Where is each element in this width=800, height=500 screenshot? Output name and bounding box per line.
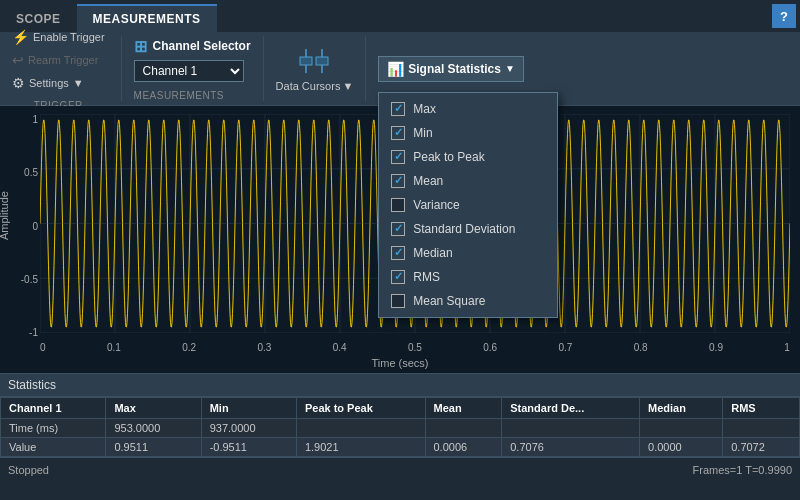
- checkbox-mean: [391, 174, 405, 188]
- x-tick: 0.5: [408, 342, 422, 353]
- col-header-max: Max: [106, 398, 201, 419]
- trigger-icon: ⚡: [12, 29, 29, 45]
- col-header-rms: RMS: [723, 398, 800, 419]
- x-tick: 0.1: [107, 342, 121, 353]
- gear-icon: ⚙: [12, 75, 25, 91]
- col-header-median: Median: [640, 398, 723, 419]
- stats-header-row: Channel 1MaxMinPeak to PeakMeanStandard …: [1, 398, 800, 419]
- checkbox-max: [391, 102, 405, 116]
- data-cursors-button[interactable]: Data Cursors ▼: [276, 80, 354, 92]
- x-tick: 0.2: [182, 342, 196, 353]
- help-button[interactable]: ?: [772, 4, 796, 28]
- checkbox-peak-to-peak: [391, 150, 405, 164]
- dropdown-item-standard-deviation[interactable]: Standard Deviation: [379, 217, 557, 241]
- x-axis-label: Time (secs): [371, 357, 428, 369]
- measurements-label: MEASUREMENTS: [134, 90, 224, 101]
- dropdown-item-mean[interactable]: Mean: [379, 169, 557, 193]
- dropdown-item-variance[interactable]: Variance: [379, 193, 557, 217]
- signal-statistics-group: 📊 Signal Statistics ▼ MaxMinPeak to Peak…: [378, 56, 524, 82]
- checkbox-min: [391, 126, 405, 140]
- x-tick: 0.7: [559, 342, 573, 353]
- status-left: Stopped: [8, 464, 49, 476]
- x-tick: 0.3: [257, 342, 271, 353]
- x-ticks: 00.10.20.30.40.50.60.70.80.91: [40, 342, 790, 353]
- col-header-min: Min: [201, 398, 296, 419]
- cursors-icon: [298, 45, 330, 77]
- stats-body: Time (ms)953.0000937.0000Value0.9511-0.9…: [1, 419, 800, 457]
- y-tick: -1: [8, 327, 38, 338]
- x-tick: 1: [784, 342, 790, 353]
- signal-statistics-dropdown: MaxMinPeak to PeakMeanVarianceStandard D…: [378, 92, 558, 318]
- x-tick: 0.4: [333, 342, 347, 353]
- checkbox-mean-square: [391, 294, 405, 308]
- checkbox-standard-deviation: [391, 222, 405, 236]
- rearm-icon: ↩: [12, 52, 24, 68]
- col-header-standard-de...: Standard De...: [502, 398, 640, 419]
- rearm-trigger-button[interactable]: ↩ Rearm Trigger: [8, 50, 109, 70]
- dropdown-item-max[interactable]: Max: [379, 97, 557, 121]
- status-bar: Stopped Frames=1 T=0.9990: [0, 457, 800, 481]
- x-tick: 0.6: [483, 342, 497, 353]
- tab-bar: SCOPE MEASUREMENTS ?: [0, 0, 800, 32]
- statistics-table: Channel 1MaxMinPeak to PeakMeanStandard …: [0, 397, 800, 457]
- channel-select[interactable]: Channel 1 Channel 2: [134, 60, 244, 82]
- dropdown-item-mean-square[interactable]: Mean Square: [379, 289, 557, 313]
- dropdown-item-min[interactable]: Min: [379, 121, 557, 145]
- col-header-peak-to-peak: Peak to Peak: [296, 398, 425, 419]
- y-tick: 0.5: [8, 167, 38, 178]
- statistics-title: Statistics: [0, 374, 800, 397]
- col-header-channel-1: Channel 1: [1, 398, 106, 419]
- settings-button[interactable]: ⚙ Settings ▼: [8, 73, 109, 93]
- trigger-group: ⚡ Enable Trigger ↩ Rearm Trigger ⚙ Setti…: [8, 36, 122, 101]
- x-tick: 0: [40, 342, 46, 353]
- x-tick: 0.9: [709, 342, 723, 353]
- dropdown-item-median[interactable]: Median: [379, 241, 557, 265]
- x-tick: 0.8: [634, 342, 648, 353]
- table-row: Value0.9511-0.95111.90210.00060.70760.00…: [1, 438, 800, 457]
- checkbox-median: [391, 246, 405, 260]
- statistics-section: Statistics Channel 1MaxMinPeak to PeakMe…: [0, 374, 800, 457]
- svg-rect-2: [300, 57, 312, 65]
- channel-icon: ⊞: [134, 37, 147, 56]
- dropdown-item-peak-to-peak[interactable]: Peak to Peak: [379, 145, 557, 169]
- checkbox-rms: [391, 270, 405, 284]
- stats-icon: 📊: [387, 61, 404, 77]
- channel-selector-group: ⊞ Channel Selector Channel 1 Channel 2 M…: [134, 36, 264, 101]
- data-cursors-group: Data Cursors ▼: [276, 36, 367, 101]
- y-ticks: 10.50-0.5-1: [8, 114, 38, 338]
- checkbox-variance: [391, 198, 405, 212]
- col-header-mean: Mean: [425, 398, 502, 419]
- y-tick: -0.5: [8, 274, 38, 285]
- signal-statistics-button[interactable]: 📊 Signal Statistics ▼: [378, 56, 524, 82]
- y-tick: 1: [8, 114, 38, 125]
- status-right: Frames=1 T=0.9990: [693, 464, 792, 476]
- toolbar: ⚡ Enable Trigger ↩ Rearm Trigger ⚙ Setti…: [0, 32, 800, 106]
- enable-trigger-button[interactable]: ⚡ Enable Trigger: [8, 27, 109, 47]
- table-row: Time (ms)953.0000937.0000: [1, 419, 800, 438]
- y-tick: 0: [8, 221, 38, 232]
- dropdown-item-rms[interactable]: RMS: [379, 265, 557, 289]
- channel-selector-header: ⊞ Channel Selector: [134, 37, 251, 56]
- svg-rect-3: [316, 57, 328, 65]
